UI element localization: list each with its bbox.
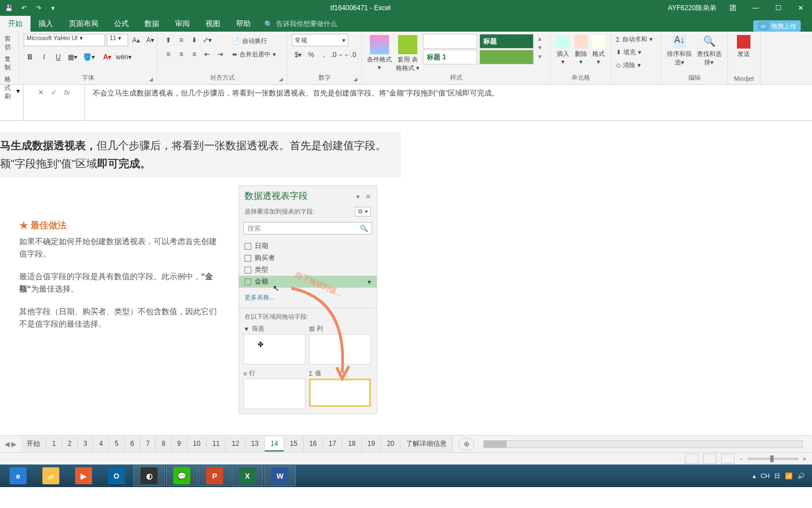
pivot-search-input[interactable]: 搜索 🔍 <box>243 222 372 235</box>
find-select-button[interactable]: 🔍 查找和选择▾ <box>696 34 723 67</box>
fill-button[interactable]: ⬇ 填充 ▾ <box>616 47 641 58</box>
underline-button[interactable]: U <box>52 51 64 63</box>
user-name[interactable]: AYF6220陈弟弟 <box>662 3 722 13</box>
format-cells-button[interactable]: 格式▾ <box>591 34 606 66</box>
redo-icon[interactable]: ↷ <box>33 2 44 14</box>
sheet-tab-2[interactable]: 2 <box>62 437 78 451</box>
word-button[interactable]: W <box>264 466 296 486</box>
pivot-dropdown-icon[interactable]: ▾ <box>356 193 360 201</box>
align-top-icon[interactable]: ⬆ <box>162 34 174 46</box>
add-sheet-button[interactable]: ⊕ <box>459 438 474 450</box>
sheet-tab-4[interactable]: 4 <box>93 437 109 451</box>
sheet-tab-6[interactable]: 6 <box>125 437 141 451</box>
sheet-tab-start[interactable]: 开始 <box>21 436 46 451</box>
number-dialog-launcher[interactable]: ◢ <box>353 76 360 83</box>
mindjet-send-button[interactable]: 发送 <box>732 34 755 58</box>
sheet-tab-9[interactable]: 9 <box>172 437 187 451</box>
gallery-down-icon[interactable]: ▾ <box>536 43 544 52</box>
powerpoint-button[interactable]: P <box>199 466 230 486</box>
font-name-select[interactable]: Microsoft YaHei UI ▾ <box>24 34 105 46</box>
sheet-tab-more-info[interactable]: 了解详细信息 <box>400 436 453 451</box>
decrease-font-icon[interactable]: A▾ <box>144 34 156 46</box>
minimize-button[interactable]: — <box>744 0 767 16</box>
drop-area-filters[interactable]: ▼筛选 <box>243 323 305 364</box>
tab-nav-arrows[interactable]: ◀ ▶ <box>0 440 21 448</box>
italic-button[interactable]: I <box>38 51 50 63</box>
sheet-tab-10[interactable]: 10 <box>187 437 207 451</box>
phonetic-button[interactable]: wén▾ <box>117 51 130 63</box>
tab-data[interactable]: 数据 <box>137 16 167 32</box>
pivot-close-icon[interactable]: ✕ <box>365 193 371 201</box>
tab-layout[interactable]: 页面布局 <box>61 16 106 32</box>
currency-icon[interactable]: $▾ <box>292 49 304 61</box>
align-right-icon[interactable]: ≡ <box>188 48 200 60</box>
sheet-tab-8[interactable]: 8 <box>156 437 172 451</box>
upload-badge[interactable]: ∞ 拖拽上传 <box>753 20 801 32</box>
tab-help[interactable]: 帮助 <box>228 16 259 32</box>
copy-button[interactable]: 复制 <box>5 54 14 72</box>
clear-button[interactable]: ◇ 清除 ▾ <box>616 60 641 71</box>
save-icon[interactable]: 💾 <box>3 2 15 14</box>
merge-center-button[interactable]: ⬌ 合并后居中 ▾ <box>229 47 280 61</box>
sheet-tab-16[interactable]: 16 <box>304 437 323 451</box>
field-dropdown-icon[interactable]: ▾ <box>368 278 371 286</box>
fill-color-button[interactable]: 🪣▾ <box>80 51 97 63</box>
sheet-tab-14[interactable]: 14 <box>265 437 284 451</box>
wrap-text-button[interactable]: 📄 自动换行 <box>229 34 280 47</box>
excel-button[interactable]: X <box>232 466 263 486</box>
tab-view[interactable]: 视图 <box>198 16 228 32</box>
sheet-tab-18[interactable]: 18 <box>342 437 361 451</box>
normal-view-button[interactable] <box>685 454 699 464</box>
undo-icon[interactable]: ↶ <box>18 2 29 14</box>
comma-icon[interactable]: , <box>318 49 330 61</box>
enter-formula-icon[interactable]: ✓ <box>51 88 57 97</box>
decrease-indent-icon[interactable]: ⇤ <box>201 48 213 60</box>
delete-cells-button[interactable]: 删除▾ <box>573 34 589 66</box>
outlook-button[interactable]: O <box>101 466 132 486</box>
sheet-tab-15[interactable]: 15 <box>284 437 303 451</box>
network-icon[interactable]: 📶 <box>785 472 793 480</box>
worksheet-area[interactable]: 马生成数据透视表，但几个步骤后，将看到一张数据透视表。首先是创建值字段。 额"字… <box>0 121 812 435</box>
font-color-button[interactable]: A▾ <box>99 51 116 63</box>
conditional-format-button[interactable]: 条件格式 ▾ <box>366 34 392 71</box>
formula-input[interactable]: 不会立马生成数据透视表，但几个步骤后，将看到一张数据透视表。首先是创建值字段。将… <box>85 85 812 120</box>
align-middle-icon[interactable]: ≡ <box>175 34 187 46</box>
font-size-select[interactable]: 11 ▾ <box>107 34 128 46</box>
ime-mode[interactable]: 日 <box>774 472 780 480</box>
align-bottom-icon[interactable]: ⬇ <box>188 34 200 46</box>
page-break-view-button[interactable] <box>721 454 735 464</box>
wechat-button[interactable]: 💬 <box>166 466 198 486</box>
tray-up-icon[interactable]: ▴ <box>753 472 756 480</box>
sheet-tab-13[interactable]: 13 <box>246 437 265 451</box>
fx-icon[interactable]: fx <box>64 88 69 97</box>
style-cell-title1[interactable]: 标题 1 <box>423 50 477 64</box>
alignment-dialog-launcher[interactable]: ◢ <box>279 76 286 83</box>
decrease-decimal-icon[interactable]: ←.0 <box>344 49 356 61</box>
sheet-tab-3[interactable]: 3 <box>78 437 94 451</box>
drop-area-columns[interactable]: ▥列 <box>309 323 371 364</box>
browser-button[interactable]: ◐ <box>133 466 165 486</box>
font-dialog-launcher[interactable]: ◢ <box>149 76 156 83</box>
horizontal-scrollbar[interactable] <box>474 440 812 448</box>
gallery-more-icon[interactable]: ▾ <box>536 52 544 61</box>
painter-button[interactable]: 格式刷 <box>5 75 14 101</box>
table-format-button[interactable]: 套用 表格格式 ▾ <box>395 34 421 72</box>
maximize-button[interactable]: ☐ <box>767 0 789 16</box>
style-cell-accent[interactable] <box>479 50 534 64</box>
tab-review[interactable]: 审阅 <box>167 16 198 32</box>
volume-icon[interactable]: 🔊 <box>797 472 805 480</box>
zoom-in-button[interactable]: + <box>803 455 806 462</box>
tell-me-search[interactable]: 🔍 告诉我你想要做什么 <box>259 16 343 32</box>
sheet-tab-11[interactable]: 11 <box>207 437 226 451</box>
pivot-gear-button[interactable]: ⚙ ▾ <box>355 207 371 216</box>
media-button[interactable]: ▶ <box>68 466 99 486</box>
number-format-select[interactable]: 常规▾ <box>292 34 348 46</box>
field-buyer[interactable]: 购买者 <box>245 252 371 264</box>
more-tables-link[interactable]: 更多表格... <box>239 291 377 307</box>
sheet-tab-19[interactable]: 19 <box>362 437 381 451</box>
qat-customize-icon[interactable]: ▾ <box>47 2 59 14</box>
insert-cells-button[interactable]: 插入▾ <box>555 34 571 66</box>
bold-button[interactable]: B <box>24 51 36 63</box>
cut-button[interactable]: 剪切 <box>5 34 14 52</box>
style-cell-normal[interactable] <box>423 34 477 49</box>
